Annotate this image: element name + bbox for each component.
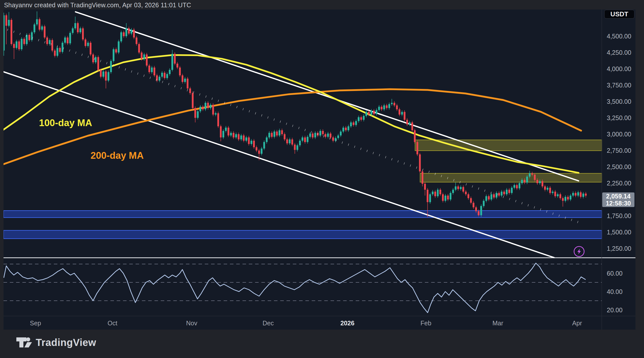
rsi-line (4, 263, 586, 313)
price-tick-1750[interactable]: 1,750.00 (607, 212, 631, 220)
time-tick-2026[interactable]: 2026 (340, 320, 354, 327)
zone-resistance-lower (420, 173, 602, 182)
time-tick-Sep[interactable]: Sep (30, 320, 41, 327)
tradingview-wordmark: TradingView (36, 337, 96, 348)
ma100-label: 100-day MA (39, 118, 92, 128)
last-price-value: 2,059.14 (606, 193, 630, 200)
bar-countdown: 12:58:30 (606, 200, 631, 207)
channel-lower-trendline (4, 71, 554, 258)
rsi-tick-20[interactable]: 20.00 (607, 306, 623, 314)
channel-dotted-midline (8, 30, 581, 223)
price-tick-3250[interactable]: 3,250.00 (607, 114, 631, 122)
tradingview-logo[interactable]: TradingView (16, 337, 96, 348)
attribution-text: Shayannv created with TradingView.com, A… (4, 2, 191, 9)
tradingview-logo-icon (16, 337, 32, 348)
lightning-icon (577, 249, 581, 254)
rsi-tick-60[interactable]: 60.00 (607, 270, 623, 277)
time-tick-Oct[interactable]: Oct (108, 320, 117, 327)
price-tick-4500[interactable]: 4,500.00 (607, 33, 631, 40)
zone-support-lower (4, 230, 602, 239)
symbol-currency-chip[interactable]: USDT (604, 10, 634, 19)
candle-bodies-down (4, 15, 587, 215)
time-tick-Mar[interactable]: Mar (492, 320, 503, 327)
time-tick-Feb[interactable]: Feb (420, 320, 431, 327)
price-tick-2750[interactable]: 2,750.00 (607, 147, 631, 154)
time-tick-Dec[interactable]: Dec (263, 320, 274, 327)
zone-resistance-upper (415, 140, 602, 151)
time-tick-Nov[interactable]: Nov (186, 320, 197, 327)
price-tick-3000[interactable]: 3,000.00 (607, 131, 631, 138)
price-tick-4000[interactable]: 4,000.00 (607, 65, 631, 73)
tradingview-snapshot: Shayannv created with TradingView.com, A… (0, 0, 644, 358)
price-tick-3500[interactable]: 3,500.00 (607, 98, 631, 105)
zone-support-upper (4, 211, 602, 218)
last-price-badge: 2,059.14 12:58:30 (602, 192, 634, 207)
price-tick-4250[interactable]: 4,250.00 (607, 49, 631, 56)
price-tick-1250[interactable]: 1,250.00 (607, 245, 631, 252)
ma100-line (4, 55, 579, 173)
price-tick-2500[interactable]: 2,500.00 (607, 163, 631, 171)
price-tick-3750[interactable]: 3,750.00 (607, 82, 631, 89)
time-tick-Apr[interactable]: Apr (572, 320, 582, 327)
ma200-label: 200-day MA (91, 150, 144, 161)
channel-upper-trendline (75, 12, 579, 181)
chart-canvas[interactable] (4, 10, 635, 330)
lightning-fab[interactable] (574, 246, 584, 257)
rsi-tick-40[interactable]: 40.00 (607, 288, 623, 295)
price-tick-1500[interactable]: 1,500.00 (607, 229, 631, 236)
price-tick-2250[interactable]: 2,250.00 (607, 180, 631, 187)
